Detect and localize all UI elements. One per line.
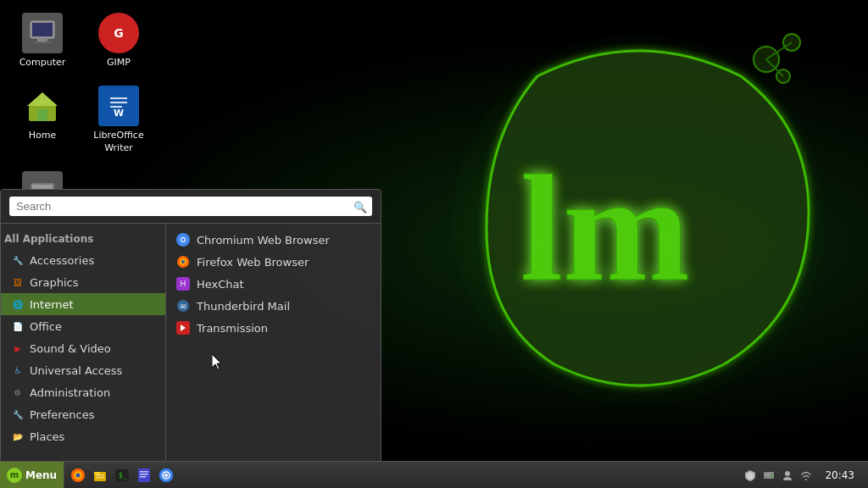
taskbar: m Menu $_ <box>0 461 868 488</box>
preferences-label: Preferences <box>30 408 94 421</box>
svg-text:W: W <box>114 108 124 119</box>
home-icon-label: Home <box>29 130 56 141</box>
mint-taskbar-icon: m <box>7 468 22 483</box>
svg-rect-53 <box>765 474 770 475</box>
taskbar-firefox-icon[interactable] <box>68 465 88 485</box>
thunderbird-icon: ✉ <box>176 299 190 313</box>
office-icon: 📄 <box>11 319 25 333</box>
svg-rect-39 <box>94 472 100 474</box>
gimp-icon-label: GIMP <box>107 57 131 69</box>
menu-search-bar: 🔍 <box>1 190 381 224</box>
taskbar-browser-icon[interactable] <box>156 465 176 485</box>
hexchat-label: HexChat <box>197 278 244 291</box>
taskbar-clock: 20:43 <box>818 469 861 481</box>
svg-point-37 <box>76 473 81 477</box>
menu-app-hexchat[interactable]: H HexChat <box>166 273 381 295</box>
svg-rect-8 <box>32 23 53 36</box>
hexchat-icon: H <box>176 277 190 291</box>
svg-point-54 <box>785 471 790 476</box>
universal-access-icon: ♿ <box>11 363 25 377</box>
menu-apps: Chromium Web Browser Firefox Web Browser… <box>166 224 381 461</box>
menu-categories: All Applications 🔧 Accessories 🖼 Graphic… <box>1 224 166 461</box>
menu-cat-graphics[interactable]: 🖼 Graphics <box>1 271 165 293</box>
menu-cat-internet[interactable]: 🌐 Internet <box>1 293 165 315</box>
transmission-icon <box>176 321 190 335</box>
svg-rect-45 <box>140 471 148 473</box>
accessories-icon: 🔧 <box>11 253 25 267</box>
transmission-label: Transmission <box>197 322 268 335</box>
menu-cat-all[interactable]: All Applications <box>1 229 165 249</box>
search-icon: 🔍 <box>353 200 367 213</box>
graphics-label: Graphics <box>30 276 78 289</box>
svg-rect-40 <box>96 474 104 476</box>
desktop-icon-home[interactable]: Home <box>8 81 76 158</box>
menu-app-transmission[interactable]: Transmission <box>166 317 381 339</box>
svg-point-52 <box>771 474 774 476</box>
desktop-icon-gimp[interactable]: G GIMP <box>85 8 153 73</box>
svg-rect-18 <box>110 102 127 103</box>
taskbar-files-icon[interactable] <box>90 465 110 485</box>
menu-body: All Applications 🔧 Accessories 🖼 Graphic… <box>1 224 381 461</box>
svg-point-29 <box>181 260 185 263</box>
thunderbird-label: Thunderbird Mail <box>197 300 290 313</box>
svg-text:✉: ✉ <box>180 302 186 311</box>
menu-button-label: Menu <box>25 469 57 481</box>
system-tray: 20:43 <box>737 469 868 482</box>
office-label: Office <box>30 320 62 333</box>
svg-point-26 <box>181 238 185 241</box>
internet-icon: 🌐 <box>11 297 25 311</box>
start-menu: 🔍 All Applications 🔧 Accessories 🖼 Graph… <box>0 189 381 461</box>
universal-access-label: Universal Access <box>30 364 122 377</box>
svg-rect-10 <box>34 42 51 43</box>
desktop-icon-computer[interactable]: Computer <box>8 8 76 73</box>
menu-cat-universal-access[interactable]: ♿ Universal Access <box>1 359 165 381</box>
preferences-icon: 🔧 <box>11 408 25 421</box>
taskbar-quick-launch: $_ <box>64 465 180 485</box>
firefox-icon <box>176 255 190 269</box>
menu-app-thunderbird[interactable]: ✉ Thunderbird Mail <box>166 295 381 317</box>
svg-marker-14 <box>27 92 58 106</box>
svg-text:$_: $_ <box>119 472 127 480</box>
svg-text:G: G <box>114 26 124 40</box>
places-icon: 📂 <box>11 430 25 443</box>
firefox-label: Firefox Web Browser <box>197 256 309 269</box>
menu-cat-office[interactable]: 📄 Office <box>1 315 165 337</box>
taskbar-terminal-icon[interactable]: $_ <box>112 465 132 485</box>
menu-button[interactable]: m Menu <box>0 462 64 489</box>
svg-rect-9 <box>37 38 47 42</box>
menu-cat-places[interactable]: 📂 Places <box>1 425 165 447</box>
sound-video-label: Sound & Video <box>30 342 111 355</box>
menu-cat-preferences[interactable]: 🔧 Preferences <box>1 403 165 425</box>
all-apps-label: All Applications <box>4 233 93 245</box>
computer-icon-label: Computer <box>19 57 66 69</box>
systray-shield-icon[interactable] <box>743 469 757 482</box>
accessories-label: Accessories <box>30 254 94 267</box>
menu-search-input[interactable] <box>9 197 372 216</box>
desktop-icon-libreoffice-writer[interactable]: W LibreOfficeWriter <box>85 81 153 158</box>
systray-network-icon[interactable] <box>799 469 813 482</box>
chromium-label: Chromium Web Browser <box>197 234 330 247</box>
systray-user-icon[interactable] <box>781 469 794 482</box>
chromium-icon <box>176 233 190 247</box>
writer-icon-label: LibreOfficeWriter <box>93 130 143 154</box>
svg-point-50 <box>164 474 168 477</box>
svg-rect-44 <box>138 469 150 482</box>
systray-storage-icon[interactable] <box>762 469 776 482</box>
svg-rect-15 <box>37 109 47 121</box>
administration-icon: ⚙ <box>11 385 25 399</box>
internet-label: Internet <box>30 298 74 311</box>
graphics-icon: 🖼 <box>11 275 25 289</box>
places-label: Places <box>30 430 64 443</box>
menu-cat-sound-video[interactable]: ▶ Sound & Video <box>1 337 165 359</box>
taskbar-text-editor-icon[interactable] <box>134 465 154 485</box>
sound-video-icon: ▶ <box>11 341 25 355</box>
menu-app-firefox[interactable]: Firefox Web Browser <box>166 251 381 273</box>
svg-rect-46 <box>140 474 148 475</box>
mint-logo: lm <box>436 8 843 432</box>
svg-rect-17 <box>110 97 127 99</box>
menu-app-chromium[interactable]: Chromium Web Browser <box>166 229 381 251</box>
svg-rect-41 <box>96 477 104 479</box>
menu-cat-administration[interactable]: ⚙ Administration <box>1 381 165 403</box>
administration-label: Administration <box>30 386 110 399</box>
menu-cat-accessories[interactable]: 🔧 Accessories <box>1 249 165 271</box>
